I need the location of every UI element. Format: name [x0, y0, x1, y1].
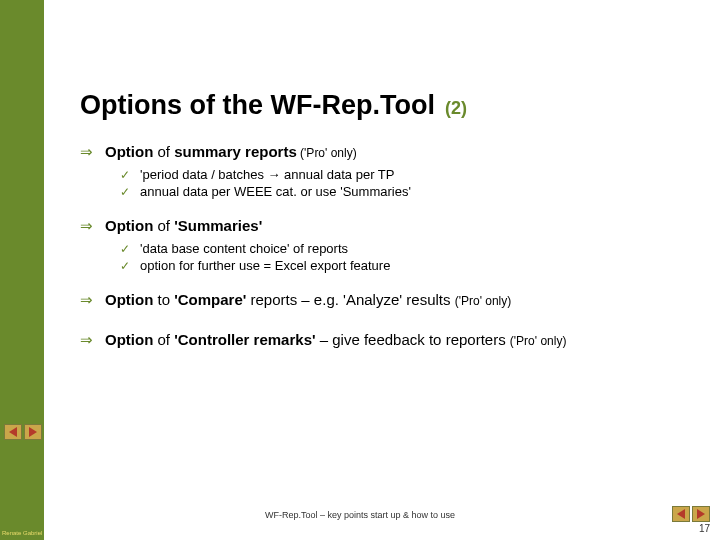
bullet-2-mid: of [153, 217, 174, 234]
bullet-3-lead: Option [105, 291, 153, 308]
triangle-left-icon [9, 427, 17, 437]
triangle-left-icon [677, 509, 685, 519]
bullet-4-tail: ('Pro' only) [510, 334, 567, 348]
next-slide-button[interactable] [692, 506, 710, 522]
prev-slide-button-small[interactable] [4, 424, 22, 440]
nav-top [4, 424, 42, 440]
bullet-1-mid: of [153, 143, 174, 160]
author-label: Renate Gabriel [2, 530, 42, 536]
bullet-1: ⇒ Option of summary reports ('Pro' only) [80, 143, 696, 161]
arrow-icon: ⇒ [80, 143, 93, 161]
sidebar [0, 0, 44, 540]
prev-slide-button[interactable] [672, 506, 690, 522]
slide-title: Options of the WF-Rep.Tool [80, 90, 435, 121]
bullet-3-rest: reports – e.g. 'Analyze' results [246, 291, 454, 308]
slide-title-number: (2) [445, 98, 467, 119]
bullet-1-subs: ✓ 'period data / batches → annual data p… [120, 167, 696, 199]
check-icon: ✓ [120, 259, 130, 273]
bullet-1-bold2: summary reports [174, 143, 297, 160]
footer-text: WF-Rep.Tool – key points start up & how … [0, 510, 720, 520]
title-row: Options of the WF-Rep.Tool (2) [80, 90, 696, 121]
sub-1a-text: 'period data / batches → annual data per… [140, 167, 394, 182]
bullet-4-bold2: 'Controller remarks' [174, 331, 315, 348]
page-number: 17 [699, 523, 710, 534]
bullet-1-lead: Option [105, 143, 153, 160]
sub-2b-text: option for further use = Excel export fe… [140, 258, 390, 273]
check-icon: ✓ [120, 168, 130, 182]
bullet-3-tail: ('Pro' only) [455, 294, 512, 308]
bullet-4-text: Option of 'Controller remarks' – give fe… [105, 331, 566, 348]
triangle-right-icon [697, 509, 705, 519]
arrow-icon: ⇒ [80, 331, 93, 349]
bullet-4-mid: of [153, 331, 174, 348]
arrow-icon: ⇒ [80, 217, 93, 235]
bullet-1-tail: ('Pro' only) [297, 146, 357, 160]
bullet-2-bold2: 'Summaries' [174, 217, 262, 234]
bullet-4-rest: – give feedback to reporters [316, 331, 510, 348]
bullet-4-lead: Option [105, 331, 153, 348]
bullet-2-text: Option of 'Summaries' [105, 217, 262, 234]
sub-1a: ✓ 'period data / batches → annual data p… [120, 167, 696, 182]
arrow-icon: ⇒ [80, 291, 93, 309]
bullet-2-lead: Option [105, 217, 153, 234]
sub-2a-text: 'data base content choice' of reports [140, 241, 348, 256]
bullet-3-text: Option to 'Compare' reports – e.g. 'Anal… [105, 291, 511, 308]
next-slide-button-small[interactable] [24, 424, 42, 440]
check-icon: ✓ [120, 185, 130, 199]
bullet-4: ⇒ Option of 'Controller remarks' – give … [80, 331, 696, 349]
bullet-1-text: Option of summary reports ('Pro' only) [105, 143, 357, 160]
bullet-2-subs: ✓ 'data base content choice' of reports … [120, 241, 696, 273]
sub-2a: ✓ 'data base content choice' of reports [120, 241, 696, 256]
nav-bottom [672, 506, 710, 522]
bullet-3-bold2: 'Compare' [174, 291, 246, 308]
slide-content: Options of the WF-Rep.Tool (2) ⇒ Option … [80, 90, 696, 355]
bullet-3-mid: to [153, 291, 174, 308]
sub-1b: ✓ annual data per WEEE cat. or use 'Summ… [120, 184, 696, 199]
sub-2b: ✓ option for further use = Excel export … [120, 258, 696, 273]
bullet-2: ⇒ Option of 'Summaries' [80, 217, 696, 235]
sub-1b-text: annual data per WEEE cat. or use 'Summar… [140, 184, 411, 199]
triangle-right-icon [29, 427, 37, 437]
bullet-3: ⇒ Option to 'Compare' reports – e.g. 'An… [80, 291, 696, 309]
check-icon: ✓ [120, 242, 130, 256]
